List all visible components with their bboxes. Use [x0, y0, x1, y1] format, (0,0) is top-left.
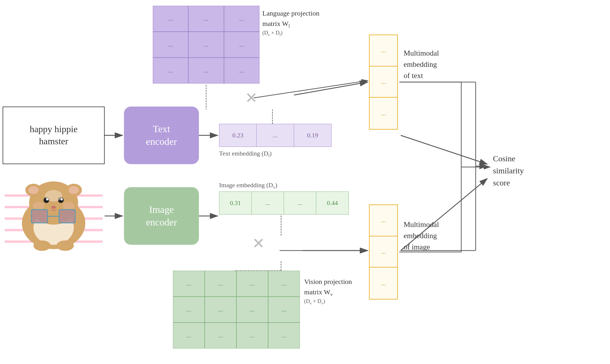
svg-point-36 [63, 202, 74, 210]
image-emb-cell: 0.44 [316, 192, 349, 214]
svg-rect-41 [59, 210, 75, 223]
mm-image-embedding: ... ... ... [369, 204, 398, 299]
text-encoder-box: Text encoder [124, 107, 199, 164]
vision-matrix-cell: ... [205, 323, 236, 348]
svg-line-48 [254, 81, 368, 98]
mm-text-cell: ... [370, 35, 397, 67]
svg-rect-38 [31, 210, 48, 223]
lang-matrix-cell: ... [188, 32, 224, 58]
text-encoder-label: Text encoder [146, 123, 177, 148]
cross-multiply-text: ✕ [245, 89, 258, 107]
svg-point-44 [33, 240, 51, 251]
hamster-illustration [5, 177, 103, 255]
text-input-box: happy hippie hamster [3, 107, 105, 164]
lang-matrix: ... ... ... ... ... ... ... ... ... [153, 6, 259, 84]
lang-matrix-cell: ... [224, 58, 259, 84]
image-emb-cell: 0.31 [219, 192, 252, 214]
vision-matrix: ... ... ... ... ... ... ... ... ... ... … [173, 271, 300, 348]
svg-point-34 [51, 206, 56, 209]
svg-line-7 [401, 135, 487, 164]
svg-line-5 [294, 82, 368, 95]
svg-point-35 [33, 202, 44, 210]
vision-matrix-cell: ... [236, 323, 268, 348]
lang-matrix-cell: ... [224, 6, 259, 32]
lang-matrix-cell: ... [224, 32, 259, 58]
mm-text-embedding: ... ... ... [369, 35, 398, 130]
svg-point-28 [28, 186, 39, 194]
mm-image-cell: ... [370, 268, 397, 299]
mm-text-cell: ... [370, 67, 397, 98]
svg-point-29 [69, 186, 79, 194]
image-emb-cell: ... [284, 192, 316, 214]
image-emb-cell: ... [252, 192, 284, 214]
mm-image-cell: ... [370, 236, 397, 268]
image-embedding-label-top: Image embedding (Dv) [219, 181, 277, 190]
text-emb-cell: ... [257, 124, 294, 147]
mm-text-cell: ... [370, 98, 397, 129]
vision-matrix-cell: ... [236, 297, 268, 323]
lang-matrix-label: Language projectionmatrix Wl (De × Dl) [262, 8, 319, 37]
mm-image-label: Multimodalembeddingof image [404, 219, 439, 253]
lang-matrix-cell: ... [153, 32, 188, 58]
svg-point-46 [45, 190, 62, 202]
hamster-image-box [3, 176, 105, 256]
text-input-label: happy hippie hamster [30, 123, 78, 147]
vision-matrix-cell: ... [268, 271, 300, 297]
vision-matrix-label: Vision projectionmatrix Wv (De × Dv) [304, 276, 352, 306]
lang-matrix-cell: ... [188, 58, 224, 84]
mm-text-label: Multimodalembeddingof text [404, 48, 439, 81]
vision-matrix-cell: ... [173, 323, 205, 348]
vision-matrix-cell: ... [268, 297, 300, 323]
text-embedding-label: Text embedding (Dl) [219, 150, 272, 158]
vision-matrix-cell: ... [173, 271, 205, 297]
vision-matrix-cell: ... [268, 323, 300, 348]
diagram-container: happy hippie hamster [0, 0, 610, 364]
vision-matrix-cell: ... [173, 297, 205, 323]
vision-matrix-cell: ... [236, 271, 268, 297]
image-encoder-box: Image encoder [124, 187, 199, 245]
image-embedding: 0.31 ... ... 0.44 [219, 192, 349, 215]
svg-point-45 [57, 240, 74, 251]
text-emb-cell: 0.23 [219, 124, 257, 147]
lang-matrix-cell: ... [188, 6, 224, 32]
cosine-similarity-label: Cosine similarity score [493, 153, 524, 189]
mm-image-cell: ... [370, 205, 397, 236]
vision-matrix-cell: ... [205, 271, 236, 297]
lang-matrix-cell: ... [153, 58, 188, 84]
vision-matrix-cell: ... [205, 297, 236, 323]
text-emb-cell: 0.19 [294, 124, 331, 147]
text-embedding: 0.23 ... 0.19 [219, 124, 332, 147]
lang-matrix-cell: ... [153, 6, 188, 32]
image-encoder-label: Image encoder [146, 203, 177, 229]
cross-multiply-image: ✕ [252, 235, 265, 252]
